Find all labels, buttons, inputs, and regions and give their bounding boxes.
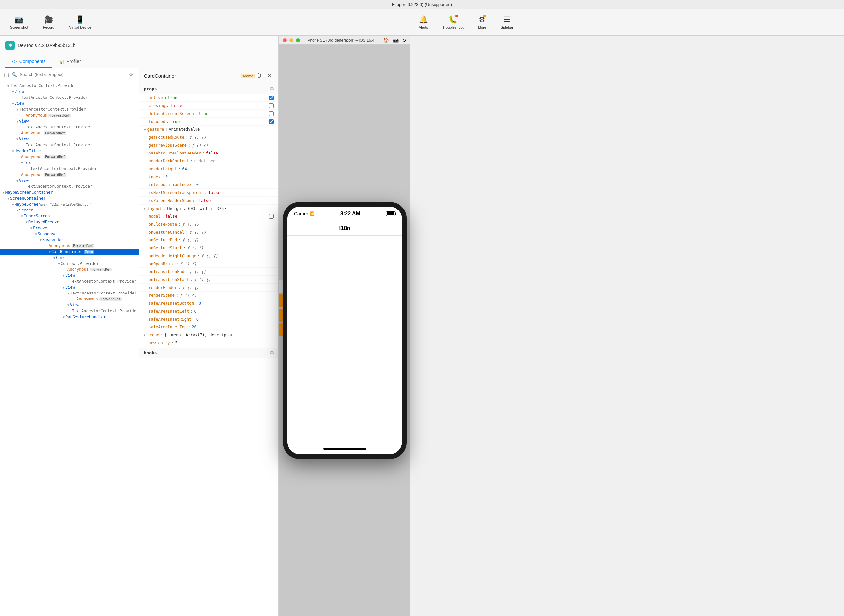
prop-row: interpolationIndex:0	[140, 181, 279, 189]
tree-item[interactable]: ▼View	[0, 100, 139, 106]
tree-item[interactable]: ▼Suspense	[0, 231, 139, 237]
simulator-toolbar: 🏠 📷 ⟳	[384, 38, 406, 43]
tree-item[interactable]: ▼Screen	[0, 207, 139, 213]
prop-checkbox[interactable]	[269, 119, 273, 124]
record-button[interactable]: 🎥 Record	[40, 13, 58, 31]
sim-screenshot-icon[interactable]: 📷	[393, 38, 398, 43]
prop-expand-icon[interactable]: ▶	[144, 333, 146, 337]
tree-item[interactable]: ▼TextAncestorContext.Provider	[0, 290, 139, 296]
screenshot-button[interactable]: 📷 Screenshot	[7, 13, 32, 31]
tree-item[interactable]: TextAncestorContext.Provider	[0, 95, 139, 100]
tree-item[interactable]: ▼View	[0, 177, 139, 183]
side-tab-3[interactable]	[279, 309, 282, 322]
tree-item[interactable]: ▼CardContainerMemo	[0, 249, 139, 255]
alerts-button[interactable]: 🔔 Alerts	[415, 13, 431, 31]
inspect-button[interactable]: ⬚	[4, 72, 9, 78]
tree-item[interactable]: ▼InnerScreen	[0, 213, 139, 219]
nav-title: I18n	[339, 225, 350, 232]
tree-item[interactable]: TextAncestorContext.Provider	[0, 124, 139, 130]
tree-item[interactable]: ▼Freeze	[0, 225, 139, 231]
screenshot-label: Screenshot	[10, 25, 28, 29]
tab-profiler[interactable]: 📊 Profiler	[52, 55, 87, 68]
prop-expand-icon[interactable]: ▶	[144, 207, 146, 210]
tree-item[interactable]: AnonymousForwardRef	[0, 267, 139, 273]
component-badge: Memo	[84, 250, 94, 254]
tree-item[interactable]: ▼View	[0, 273, 139, 278]
search-settings-button[interactable]: ⚙	[126, 71, 135, 78]
copy-props-button[interactable]: ⧉	[271, 86, 273, 92]
tree-item[interactable]: ▼Card	[0, 255, 139, 261]
traffic-light-red[interactable]	[283, 38, 287, 42]
tree-item[interactable]: AnonymousForwardRef	[0, 154, 139, 160]
traffic-light-green[interactable]	[296, 38, 300, 42]
tree-item[interactable]: TextAncestorContext.Provider	[0, 183, 139, 189]
iphone-home-indicator[interactable]	[287, 443, 402, 454]
tree-item[interactable]: ▼View	[0, 284, 139, 290]
prop-expand-icon[interactable]: ▶	[144, 128, 146, 131]
eye-action-button[interactable]: 👁	[266, 72, 273, 80]
prop-value: false	[166, 214, 177, 219]
tree-item[interactable]: ▼View	[0, 89, 139, 95]
prop-key: getFocusedRoute	[149, 135, 184, 140]
tree-item[interactable]: ▼MaybeScreenContainer	[0, 189, 139, 195]
sidebar-button[interactable]: ☰ Sidebar	[497, 13, 517, 31]
tree-item[interactable]: TextAncestorContext.Provider	[0, 308, 139, 314]
refresh-action-button[interactable]: ⏱	[255, 72, 263, 80]
prop-checkbox[interactable]	[269, 214, 273, 219]
iphone-nav-header: I18n	[287, 221, 402, 236]
prop-checkbox[interactable]	[269, 103, 273, 108]
prop-colon: :	[162, 214, 164, 219]
side-tab-1[interactable]	[279, 280, 282, 293]
tree-item[interactable]: ▼HeaderTitle	[0, 148, 139, 154]
tree-item[interactable]: AnonymousForwardRef	[0, 296, 139, 302]
side-tab-2[interactable]	[279, 294, 282, 307]
sim-home-icon[interactable]: 🏠	[384, 38, 389, 43]
side-tab-4[interactable]	[279, 323, 282, 336]
prop-checkbox[interactable]	[269, 111, 273, 116]
prop-row: isParentHeaderShown:false	[140, 197, 279, 205]
tree-item[interactable]: ▼Context.Provider	[0, 261, 139, 267]
home-bar[interactable]	[323, 448, 366, 450]
component-name: Freeze	[33, 226, 47, 230]
copy-hooks-button[interactable]: ⧉	[271, 350, 273, 356]
tree-item[interactable]: AnonymousForwardRef	[0, 243, 139, 249]
tree-item[interactable]: ▼Suspender	[0, 237, 139, 243]
search-input[interactable]	[20, 72, 124, 77]
more-button[interactable]: ⚙ More	[475, 13, 490, 31]
tree-item[interactable]: ▼View	[0, 118, 139, 124]
tree-item[interactable]: ▼View	[0, 136, 139, 142]
prop-row: renderHeader:ƒ () {}	[140, 284, 279, 292]
tree-item[interactable]: ▼TextAncestorContext.Provider	[0, 106, 139, 112]
tree-item[interactable]: ▼DelayedFreeze	[0, 219, 139, 225]
prop-colon: :	[190, 309, 193, 314]
tree-arrow: ▼	[53, 256, 55, 260]
simulator-title-bar: iPhone SE (3rd generation) – iOS 16.4 🏠 …	[279, 35, 410, 45]
tree-item[interactable]: ▼MaybeScreen key="I18n-ul29ouXBU..."	[0, 201, 139, 207]
tree-item[interactable]: ▼Text	[0, 160, 139, 166]
prop-row: onOpenRoute:ƒ () {}	[140, 260, 279, 268]
prop-value: ƒ () {}	[194, 277, 211, 282]
prop-colon: :	[188, 325, 190, 329]
tree-item[interactable]: ▼PanGestureHandler	[0, 314, 139, 320]
troubleshoot-button[interactable]: 🐛 Troubleshoot	[439, 13, 467, 31]
battery-bar	[386, 211, 395, 216]
tree-item[interactable]: AnonymousForwardRef	[0, 130, 139, 136]
prop-checkbox[interactable]	[269, 95, 273, 100]
tree-item[interactable]: ▼View	[0, 302, 139, 308]
tree-item[interactable]: ▼TextAncestorContext.Provider	[0, 83, 139, 89]
tree-item[interactable]: ▼ScreenContainer	[0, 195, 139, 201]
tab-components[interactable]: <> Components	[5, 55, 52, 68]
traffic-light-yellow[interactable]	[290, 38, 293, 42]
sim-rotate-icon[interactable]: ⟳	[403, 38, 406, 43]
tree-arrow: ▼	[16, 137, 18, 141]
tree-item[interactable]: TextAncestorContext.Provider	[0, 142, 139, 148]
virtual-device-button[interactable]: 📱 Virtual Device	[66, 13, 95, 31]
screenshot-icon: 📷	[15, 16, 24, 24]
prop-colon: :	[160, 333, 163, 337]
tree-item[interactable]: TextAncestorContext.Provider	[0, 166, 139, 172]
prop-row: modal:false	[140, 213, 279, 220]
tree-arrow: ▼	[21, 161, 23, 165]
tree-item[interactable]: AnonymousForwardRef	[0, 112, 139, 118]
tree-item[interactable]: AnonymousForwardRef	[0, 172, 139, 177]
tree-item[interactable]: TextAncestorContext.Provider	[0, 278, 139, 284]
